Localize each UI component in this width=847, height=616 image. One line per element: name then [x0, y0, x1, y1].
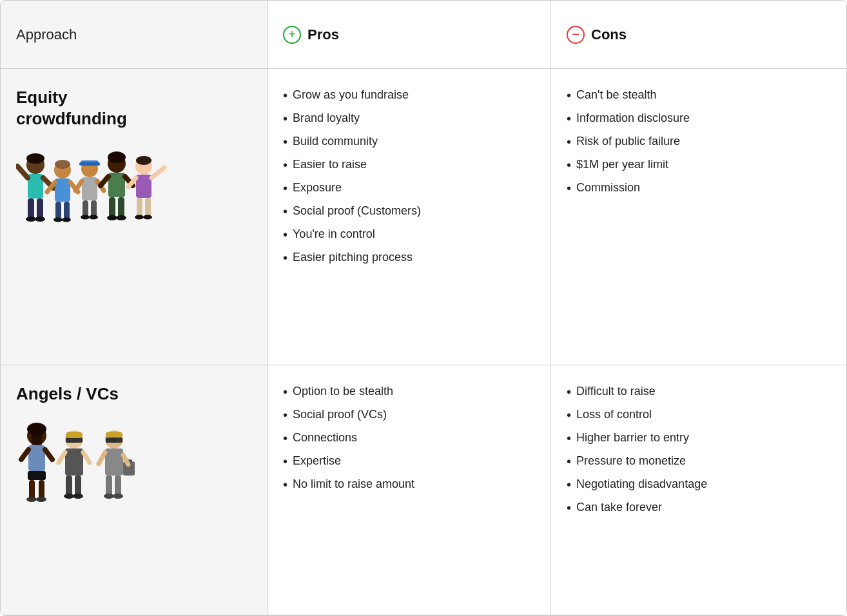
svg-rect-53 — [29, 480, 35, 499]
svg-point-67 — [64, 494, 74, 499]
list-item: Negotiating disadvantage — [567, 476, 832, 493]
svg-rect-24 — [83, 200, 88, 217]
list-item: Can take forever — [567, 499, 832, 516]
list-item: Brand loyalty — [283, 110, 535, 127]
svg-point-16 — [54, 218, 63, 222]
list-item: Pressure to monetize — [567, 453, 832, 470]
header-cons: − Cons — [551, 1, 847, 69]
list-item: Social proof (VCs) — [283, 407, 535, 423]
svg-point-38 — [136, 156, 151, 165]
list-item: Grow as you fundraise — [283, 87, 535, 104]
svg-rect-54 — [39, 480, 44, 499]
svg-rect-74 — [105, 448, 123, 476]
equity-title: Equitycrowdfunding — [16, 87, 251, 129]
svg-point-7 — [26, 217, 36, 222]
comparison-table: Approach + Pros − Cons Equitycrowdfundin… — [0, 0, 847, 616]
svg-line-31 — [101, 177, 108, 186]
equity-cons: Can't be stealth Information disclosure … — [551, 69, 847, 365]
svg-rect-25 — [91, 200, 97, 217]
svg-point-27 — [89, 215, 98, 220]
approach-header-label: Approach — [16, 26, 77, 43]
svg-line-77 — [99, 452, 105, 464]
svg-point-26 — [81, 215, 90, 220]
cons-icon: − — [567, 26, 585, 44]
svg-rect-34 — [118, 197, 124, 218]
list-item: $1M per year limit — [567, 157, 832, 173]
angels-cons-list: Difficult to raise Loss of control Highe… — [567, 383, 832, 516]
svg-line-22 — [75, 181, 82, 191]
svg-rect-39 — [136, 175, 151, 198]
svg-rect-33 — [109, 197, 115, 218]
list-item: Risk of public failure — [567, 133, 832, 150]
list-item: Social proof (Customers) — [283, 203, 535, 220]
svg-point-1 — [26, 153, 44, 164]
svg-point-47 — [27, 423, 46, 436]
svg-point-45 — [143, 215, 152, 220]
list-item: Exposure — [283, 180, 535, 197]
svg-rect-65 — [66, 476, 72, 496]
list-item: Easier to raise — [283, 157, 535, 173]
svg-line-51 — [45, 450, 52, 459]
svg-rect-14 — [55, 202, 61, 220]
header-pros: + Pros — [268, 1, 551, 69]
pros-icon: + — [283, 26, 301, 44]
svg-rect-49 — [28, 445, 45, 471]
svg-line-64 — [83, 452, 90, 463]
svg-rect-73 — [106, 432, 122, 438]
svg-point-36 — [116, 215, 126, 220]
cons-header-label: Cons — [591, 26, 627, 43]
svg-rect-20 — [79, 162, 100, 166]
list-item: Easier pitching process — [283, 249, 535, 266]
list-item: Higher barrier to entry — [567, 430, 832, 447]
equity-cons-list: Can't be stealth Information disclosure … — [567, 87, 832, 197]
approach-equity-crowdfunding: Equitycrowdfunding — [1, 69, 268, 365]
list-item: Can't be stealth — [567, 87, 832, 104]
svg-rect-42 — [137, 198, 142, 217]
svg-rect-11 — [55, 178, 70, 202]
svg-point-56 — [36, 497, 46, 502]
list-item: Expertise — [283, 453, 535, 470]
list-item: Loss of control — [567, 407, 832, 423]
svg-point-68 — [73, 494, 83, 499]
svg-rect-52 — [28, 471, 46, 480]
equity-pros-list: Grow as you fundraise Brand loyalty Buil… — [283, 87, 535, 266]
list-item: Difficult to raise — [567, 383, 832, 400]
svg-point-17 — [62, 218, 71, 222]
svg-rect-62 — [65, 448, 83, 476]
svg-point-44 — [135, 215, 144, 220]
svg-rect-6 — [37, 198, 43, 219]
svg-rect-60 — [74, 438, 82, 443]
list-item: Information disclosure — [567, 110, 832, 127]
svg-point-55 — [26, 497, 37, 502]
svg-rect-71 — [106, 438, 113, 443]
equity-illustration — [16, 142, 251, 245]
list-item: Connections — [283, 430, 535, 447]
svg-point-81 — [104, 494, 114, 499]
list-item: Option to be stealth — [283, 383, 535, 400]
svg-rect-66 — [75, 476, 81, 496]
svg-line-3 — [17, 166, 28, 178]
angels-title: Angels / VCs — [16, 383, 251, 405]
header-approach: Approach — [1, 1, 268, 69]
svg-rect-79 — [106, 476, 112, 496]
angels-cons: Difficult to raise Loss of control Highe… — [551, 365, 847, 615]
svg-rect-15 — [64, 202, 70, 220]
svg-rect-43 — [145, 198, 151, 217]
list-item: Build community — [283, 133, 535, 150]
svg-point-35 — [107, 215, 117, 220]
svg-point-29 — [108, 151, 126, 163]
angels-pros-list: Option to be stealth Social proof (VCs) … — [283, 383, 535, 493]
list-item: Commission — [567, 180, 832, 197]
svg-rect-21 — [82, 177, 97, 200]
svg-line-40 — [151, 168, 164, 178]
svg-rect-61 — [66, 432, 83, 438]
svg-line-63 — [59, 452, 65, 463]
svg-point-8 — [35, 217, 45, 222]
approach-angels-vcs: Angels / VCs — [1, 365, 268, 615]
vcs-illustration — [16, 418, 251, 514]
equity-pros: Grow as you fundraise Brand loyalty Buil… — [268, 69, 551, 365]
pros-header-label: Pros — [307, 26, 339, 43]
svg-point-82 — [113, 494, 123, 499]
svg-rect-80 — [115, 476, 121, 496]
svg-rect-59 — [66, 438, 73, 443]
